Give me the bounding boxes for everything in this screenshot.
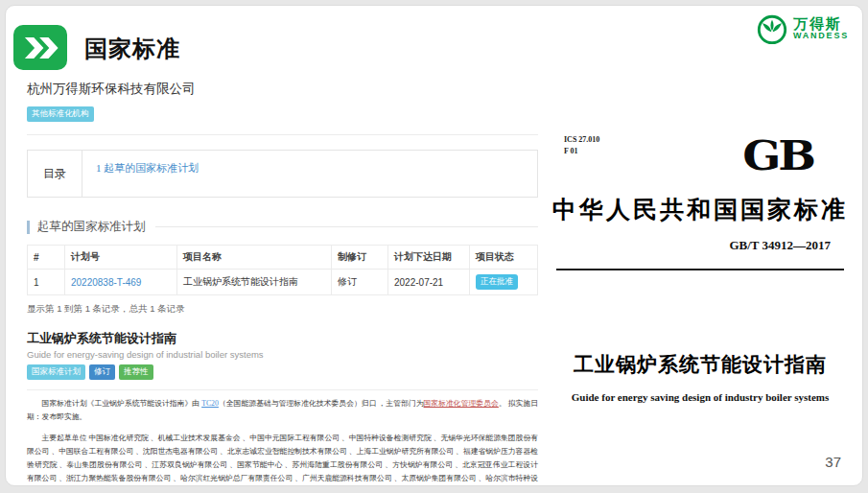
toc-label: 目录 (28, 151, 82, 197)
tc20-link[interactable]: TC20 (201, 399, 219, 408)
cell-index: 1 (28, 270, 65, 295)
badge-recommended: 推荐性 (119, 364, 153, 380)
company-title: 杭州万得斯环保科技有限公司 (27, 81, 538, 98)
badge-national-plan: 国家标准计划 (27, 364, 85, 380)
cover-title-cn: 工业锅炉系统节能设计指南 (539, 351, 861, 378)
standard-code: GB/T 34912—2017 (729, 238, 831, 253)
badge-revision: 修订 (89, 364, 115, 380)
col-status: 项目状态 (470, 246, 538, 270)
class-code: F 01 (564, 146, 599, 157)
cover-title-en: Guide for energy saving design of indust… (539, 391, 861, 403)
cell-project-name: 工业锅炉系统节能设计指南 (177, 270, 332, 295)
standard-title-en: Guide for energy-saving design of indust… (27, 349, 538, 360)
col-index: # (28, 246, 65, 270)
section-accent-bar (27, 221, 30, 234)
double-chevron-icon (13, 25, 67, 70)
records-summary: 显示第 1 到第 1 条记录，总共 1 条记录 (27, 303, 538, 316)
webpage-capture: 杭州万得斯环保科技有限公司 其他标准化机构 目录 1 起草的国家标准计划 起草的… (27, 75, 538, 486)
sac-link[interactable]: 国家标准化管理委员会 (424, 399, 499, 408)
plans-table-header-row: # 计划号 项目名称 制修订 计划下达日期 项目状态 (28, 246, 538, 270)
page-number: 37 (825, 454, 841, 470)
para1-text: 国家标准计划《工业锅炉系统节能设计指南》由 (42, 399, 202, 408)
wandess-leaf-icon (756, 12, 788, 46)
ics-code: ICS 27.010 (564, 134, 599, 146)
toc-link-drafted-plans[interactable]: 1 起草的国家标准计划 (96, 162, 199, 174)
standard-title-cn: 工业锅炉系统节能设计指南 (27, 330, 538, 347)
cell-revision: 修订 (332, 270, 388, 295)
section-header: 起草的国家标准计划 (27, 219, 538, 235)
gb-logo: GB (742, 130, 813, 179)
toc-panel: 目录 1 起草的国家标准计划 (27, 150, 538, 198)
plans-table: # 计划号 项目名称 制修订 计划下达日期 项目状态 1 20220838-T-… (27, 245, 538, 295)
gb-standard-cover: ICS 27.010 F 01 GB 中华人民共和国国家标准 GB/T 3491… (539, 111, 861, 457)
brand-logo: 万得斯 WANDESS (756, 12, 849, 46)
ics-codes: ICS 27.010 F 01 (564, 134, 599, 157)
slide: 国家标准 万得斯 WANDESS 杭州万得斯环保科技有限公司 其他标准化机构 目… (5, 5, 863, 486)
cell-issue-date: 2022-07-21 (388, 270, 470, 295)
table-row: 1 20220838-T-469 工业锅炉系统节能设计指南 修订 2022-07… (28, 270, 538, 295)
col-plan-no: 计划号 (65, 246, 177, 270)
paragraph-drafting-units: 主要起草单位 中国标准化研究院 、机械工业技术发展基金会 、中国中元国际工程有限… (27, 432, 538, 486)
col-revision: 制修订 (332, 246, 388, 270)
divider (27, 134, 538, 135)
cover-heading: 中华人民共和国国家标准 (539, 194, 861, 225)
standard-badges: 国家标准计划 修订 推荐性 (27, 364, 538, 380)
chevron-right-icon (19, 32, 61, 64)
org-type-badge: 其他标准化机构 (27, 106, 94, 122)
plan-number-link[interactable]: 20220838-T-469 (71, 277, 141, 288)
para2-text: 主要起草单位 中国标准化研究院 、机械工业技术发展基金会 、中国中元国际工程有限… (27, 434, 538, 486)
cover-rule (556, 269, 844, 270)
slide-title: 国家标准 (84, 34, 180, 64)
col-name: 项目名称 (177, 246, 332, 270)
brand-name-en: WANDESS (793, 32, 849, 41)
status-badge: 正在批准 (476, 274, 518, 290)
brand-name-cn: 万得斯 (793, 16, 849, 33)
section-rule (155, 226, 539, 227)
divider (27, 389, 538, 390)
paragraph-plan-info: 国家标准计划《工业锅炉系统节能设计指南》由 TC20（全国能源基础与管理标准化技… (27, 397, 538, 424)
col-date: 计划下达日期 (388, 246, 470, 270)
para1-text: （全国能源基础与管理标准化技术委员会）归口 ，主管部门为 (219, 399, 424, 408)
section-title: 起草的国家标准计划 (37, 219, 146, 235)
